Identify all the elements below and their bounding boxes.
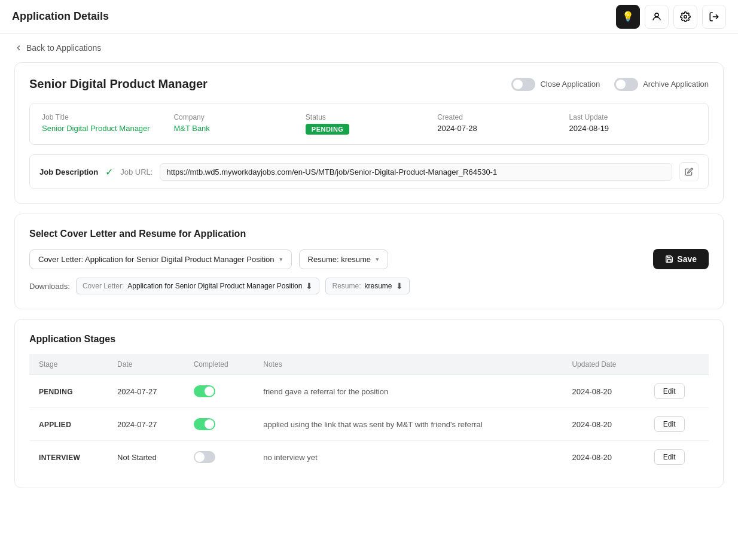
resume-download-item: Resume: kresume ⬇: [325, 278, 409, 294]
stage-edit-button[interactable]: Edit: [654, 416, 685, 432]
main-content: Senior Digital Product Manager Close App…: [0, 62, 738, 517]
user-icon-button[interactable]: [645, 5, 669, 29]
application-job-title: Senior Digital Product Manager: [29, 77, 208, 91]
stage-updated-date: 2024-08-20: [562, 441, 644, 474]
chevron-left-icon: [14, 44, 23, 52]
close-application-label: Close Application: [540, 80, 600, 89]
close-application-toggle[interactable]: [511, 78, 535, 91]
stage-updated-date: 2024-08-20: [562, 408, 644, 441]
logout-icon-button[interactable]: [702, 5, 726, 29]
resume-dl-label: Resume:: [332, 282, 361, 290]
stage-notes: no interview yet: [263, 453, 317, 462]
stage-notes: friend gave a referral for the position: [263, 387, 388, 396]
stages-table: Stage Date Completed Notes Updated Date …: [29, 354, 709, 473]
stage-date: Not Started: [108, 441, 184, 474]
stage-completed-toggle[interactable]: [194, 385, 215, 397]
edit-icon: [685, 168, 693, 176]
cover-resume-card: Select Cover Letter and Resume for Appli…: [14, 214, 724, 309]
downloads-row: Downloads: Cover Letter: Application for…: [29, 278, 709, 294]
bulb-icon-button[interactable]: 💡: [616, 5, 640, 29]
table-row: PENDING 2024-07-27 friend gave a referra…: [29, 375, 709, 408]
stage-edit-button[interactable]: Edit: [654, 384, 685, 399]
stage-completed-toggle[interactable]: [194, 418, 215, 430]
archive-application-label: Archive Application: [643, 80, 709, 89]
job-url-input[interactable]: [160, 163, 672, 181]
stage-edit-button[interactable]: Edit: [654, 449, 685, 465]
cover-resume-title: Select Cover Letter and Resume for Appli…: [29, 229, 709, 239]
cover-letter-chevron-down-icon: ▾: [279, 255, 283, 263]
job-title-cell: Job Title Senior Digital Product Manager: [42, 113, 169, 135]
application-card: Senior Digital Product Manager Close App…: [14, 62, 724, 204]
card-controls: Close Application Archive Application: [511, 78, 709, 91]
company-value: M&T Bank: [173, 124, 300, 133]
job-description-row: Job Description ✓ Job URL:: [29, 154, 709, 189]
stages-title: Application Stages: [29, 334, 709, 345]
svg-point-0: [655, 13, 658, 17]
status-cell: Status PENDING: [306, 113, 432, 135]
save-button[interactable]: Save: [653, 249, 709, 269]
created-value: 2024-07-28: [437, 124, 564, 133]
stage-name: INTERVIEW: [39, 454, 80, 462]
header: Application Details 💡: [0, 0, 738, 34]
cover-letter-download-icon[interactable]: ⬇: [306, 281, 313, 291]
header-icon-group: 💡: [616, 5, 726, 29]
col-date: Date: [108, 354, 184, 375]
cover-resume-row: Cover Letter: Application for Senior Dig…: [29, 249, 709, 269]
created-cell: Created 2024-07-28: [437, 113, 564, 135]
col-completed: Completed: [184, 354, 254, 375]
stage-updated-date: 2024-08-20: [562, 375, 644, 408]
page-title: Application Details: [12, 10, 109, 23]
stage-name: APPLIED: [39, 421, 71, 429]
status-badge: PENDING: [306, 124, 350, 135]
info-grid: Job Title Senior Digital Product Manager…: [29, 103, 709, 145]
stage-notes: applied using the link that was sent by …: [263, 420, 482, 429]
back-nav-label: Back to Applications: [26, 43, 101, 53]
cover-letter-dropdown[interactable]: Cover Letter: Application for Senior Dig…: [29, 249, 292, 269]
table-row: INTERVIEW Not Started no interview yet 2…: [29, 441, 709, 474]
gear-icon-button[interactable]: [673, 5, 697, 29]
job-url-label: Job URL:: [120, 168, 153, 176]
last-update-value: 2024-08-19: [569, 124, 696, 133]
downloads-label: Downloads:: [29, 282, 70, 291]
col-updated-date: Updated Date: [562, 354, 644, 375]
svg-point-1: [684, 15, 687, 18]
cover-letter-dl-name: Application for Senior Digital Product M…: [127, 282, 302, 290]
last-update-label: Last Update: [569, 113, 696, 121]
resume-download-icon[interactable]: ⬇: [396, 281, 403, 291]
check-icon: ✓: [105, 166, 113, 178]
cover-letter-dropdown-label: Cover Letter: Application for Senior Dig…: [38, 255, 275, 264]
archive-application-toggle-group: Archive Application: [614, 78, 709, 91]
resume-dropdown[interactable]: Resume: kresume ▾: [299, 249, 388, 269]
resume-dropdown-label: Resume: kresume: [308, 255, 371, 264]
col-actions: [645, 354, 709, 375]
stage-date: 2024-07-27: [108, 408, 184, 441]
stage-date: 2024-07-27: [108, 375, 184, 408]
job-url-edit-button[interactable]: [679, 162, 699, 181]
company-cell: Company M&T Bank: [173, 113, 300, 135]
stages-card: Application Stages Stage Date Completed …: [14, 319, 724, 488]
cover-letter-dl-label: Cover Letter:: [83, 282, 124, 290]
cover-letter-download-item: Cover Letter: Application for Senior Dig…: [76, 278, 320, 294]
resume-chevron-down-icon: ▾: [376, 255, 379, 263]
status-label: Status: [306, 113, 432, 121]
close-application-toggle-group: Close Application: [511, 78, 600, 91]
archive-application-toggle[interactable]: [614, 78, 638, 91]
company-label: Company: [173, 113, 300, 121]
back-to-applications[interactable]: Back to Applications: [0, 34, 738, 62]
col-notes: Notes: [254, 354, 562, 375]
job-title-label: Job Title: [42, 113, 169, 121]
job-title-value: Senior Digital Product Manager: [42, 124, 169, 133]
stage-completed-toggle[interactable]: [194, 451, 215, 463]
resume-dl-name: kresume: [365, 282, 392, 290]
save-label: Save: [677, 254, 697, 264]
created-label: Created: [437, 113, 564, 121]
card-header: Senior Digital Product Manager Close App…: [29, 77, 709, 91]
save-icon: [665, 255, 673, 263]
col-stage: Stage: [29, 354, 108, 375]
table-row: APPLIED 2024-07-27 applied using the lin…: [29, 408, 709, 441]
stages-header-row: Stage Date Completed Notes Updated Date: [29, 354, 709, 375]
stage-name: PENDING: [39, 388, 73, 396]
job-description-label: Job Description: [39, 168, 98, 176]
last-update-cell: Last Update 2024-08-19: [569, 113, 696, 135]
